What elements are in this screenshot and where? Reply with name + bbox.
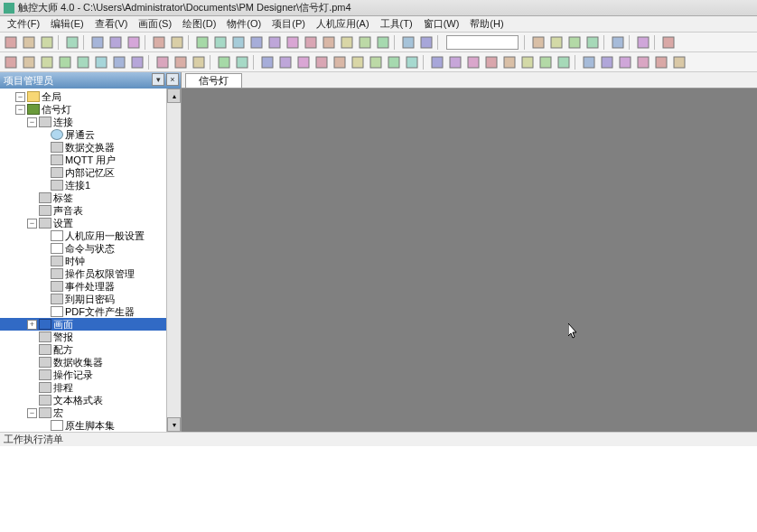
menu-item-10[interactable]: 帮助(H)	[464, 16, 509, 32]
toolbar-s3-icon[interactable]	[464, 54, 482, 70]
toolbar-input-icon[interactable]	[313, 54, 331, 70]
menu-item-7[interactable]: 人机应用(A)	[311, 16, 375, 32]
toolbar-trend-icon[interactable]	[367, 54, 385, 70]
toolbar-alarm-icon[interactable]	[385, 54, 403, 70]
tree-row[interactable]: 警报	[0, 331, 166, 343]
toolbar-config-icon[interactable]	[565, 34, 584, 51]
menu-item-5[interactable]: 物件(O)	[221, 16, 266, 32]
tree-row[interactable]: 操作员权限管理	[0, 267, 166, 280]
toolbar-obj3-icon[interactable]	[38, 54, 56, 70]
toolbar-rect-icon[interactable]	[211, 34, 229, 51]
toolbar-align-icon[interactable]	[399, 34, 417, 51]
toolbar-lamp-icon[interactable]	[276, 54, 294, 70]
collapse-icon[interactable]: −	[27, 117, 37, 127]
tree-row[interactable]: −信号灯	[0, 103, 166, 116]
tree-row[interactable]: 人机应用一般设置	[0, 229, 166, 242]
toolbar-shape2-icon[interactable]	[233, 54, 251, 70]
tree-row[interactable]: 排程	[0, 381, 166, 394]
toolbar-group-icon[interactable]	[320, 34, 338, 51]
toolbar-magnify-icon[interactable]	[38, 34, 56, 51]
menu-item-2[interactable]: 查看(V)	[89, 16, 134, 32]
toolbar-paste-icon[interactable]	[125, 34, 143, 51]
menu-item-9[interactable]: 窗口(W)	[418, 16, 465, 32]
toolbar-s7-icon[interactable]	[537, 54, 555, 70]
toolbar-bar-icon[interactable]	[349, 54, 367, 70]
editor-canvas[interactable]	[182, 89, 757, 432]
menu-item-8[interactable]: 工具(T)	[375, 16, 418, 32]
tree-row[interactable]: MQTT 用户	[0, 154, 166, 166]
scroll-down-button[interactable]: ▾	[167, 417, 181, 432]
tree-row[interactable]: 命令与状态	[0, 242, 166, 255]
toolbar-undo-icon[interactable]	[150, 34, 168, 51]
toolbar-a3-icon[interactable]	[190, 54, 208, 70]
tree-row[interactable]: 到期日密码	[0, 293, 166, 305]
toolbar-t5-icon[interactable]	[652, 54, 670, 70]
toolbar-zoom-out-icon[interactable]	[374, 34, 392, 51]
toolbar-table-icon[interactable]	[403, 54, 421, 70]
toolbar-obj1-icon[interactable]	[2, 54, 20, 70]
tree-row[interactable]: 声音表	[0, 204, 166, 217]
toolbar-ungroup-icon[interactable]	[338, 34, 356, 51]
menu-item-6[interactable]: 项目(P)	[266, 16, 311, 32]
toolbar-t3-icon[interactable]	[616, 54, 634, 70]
toolbar-new-icon[interactable]	[2, 34, 20, 51]
tree-row[interactable]: 文本格式表	[0, 394, 166, 406]
scroll-up-button[interactable]: ▴	[167, 89, 181, 103]
toolbar-btn-icon[interactable]	[258, 54, 276, 70]
toolbar-tools-icon[interactable]	[609, 34, 627, 51]
tree-row[interactable]: 时钟	[0, 255, 166, 267]
toolbar-save-icon[interactable]	[63, 34, 81, 51]
tree-row[interactable]: +画面	[0, 318, 166, 331]
tree-row[interactable]: −宏	[0, 406, 166, 419]
toolbar-combo[interactable]	[446, 35, 519, 50]
toolbar-obj8-icon[interactable]	[128, 54, 146, 70]
collapse-icon[interactable]: −	[15, 92, 25, 102]
toolbar-help-icon[interactable]	[659, 34, 678, 51]
toolbar-s2-icon[interactable]	[446, 54, 464, 70]
tree-scrollbar[interactable]: ▴ ▾	[166, 89, 181, 432]
toolbar-download-icon[interactable]	[584, 34, 602, 51]
tree-row[interactable]: −全局	[0, 90, 166, 103]
tree-row[interactable]: 数据收集器	[0, 356, 166, 369]
collapse-icon[interactable]: −	[27, 219, 37, 229]
toolbar-meter-icon[interactable]	[331, 54, 349, 70]
toolbar-t1-icon[interactable]	[580, 54, 598, 70]
tree-row[interactable]: 配方	[0, 343, 166, 356]
toolbar-s8-icon[interactable]	[555, 54, 573, 70]
toolbar-link-icon[interactable]	[634, 34, 652, 51]
toolbar-cut-icon[interactable]	[89, 34, 107, 51]
toolbar-redo-icon[interactable]	[168, 34, 186, 51]
collapse-icon[interactable]: −	[27, 408, 37, 418]
toolbar-t6-icon[interactable]	[670, 54, 688, 70]
toolbar-obj2-icon[interactable]	[20, 54, 38, 70]
menu-item-0[interactable]: 文件(F)	[2, 16, 45, 32]
toolbar-t2-icon[interactable]	[598, 54, 616, 70]
toolbar-open-icon[interactable]	[20, 34, 38, 51]
toolbar-run-icon[interactable]	[529, 34, 547, 51]
tree-row[interactable]: 屏通云	[0, 128, 166, 141]
toolbar-s5-icon[interactable]	[500, 54, 519, 70]
menu-item-4[interactable]: 绘图(D)	[177, 16, 221, 32]
tree-row[interactable]: 数据交换器	[0, 141, 166, 154]
tree-row[interactable]: 操作记录	[0, 369, 166, 381]
panel-close-button[interactable]: ×	[166, 73, 179, 86]
expand-icon[interactable]: +	[27, 320, 37, 330]
toolbar-circle-icon[interactable]	[229, 34, 248, 51]
toolbar-obj5-icon[interactable]	[74, 54, 92, 70]
project-tree[interactable]: −全局−信号灯−连接屏通云数据交换器MQTT 用户内部记忆区连接1标签声音表−设…	[0, 89, 166, 432]
toolbar-text-icon[interactable]	[284, 34, 302, 51]
tree-row[interactable]: −连接	[0, 116, 166, 128]
toolbar-line-icon[interactable]	[248, 34, 266, 51]
toolbar-grid-icon[interactable]	[193, 34, 211, 51]
toolbar-poly-icon[interactable]	[266, 34, 284, 51]
tree-row[interactable]: 标签	[0, 191, 166, 204]
collapse-icon[interactable]: −	[15, 105, 25, 115]
menu-item-3[interactable]: 画面(S)	[133, 16, 177, 32]
tree-row[interactable]: 连接1	[0, 179, 166, 191]
toolbar-a2-icon[interactable]	[172, 54, 190, 70]
panel-pin-button[interactable]: ▾	[152, 73, 164, 86]
toolbar-s6-icon[interactable]	[519, 54, 537, 70]
toolbar-obj4-icon[interactable]	[56, 54, 74, 70]
toolbar-t4-icon[interactable]	[634, 54, 652, 70]
tree-row[interactable]: 事件处理器	[0, 280, 166, 293]
